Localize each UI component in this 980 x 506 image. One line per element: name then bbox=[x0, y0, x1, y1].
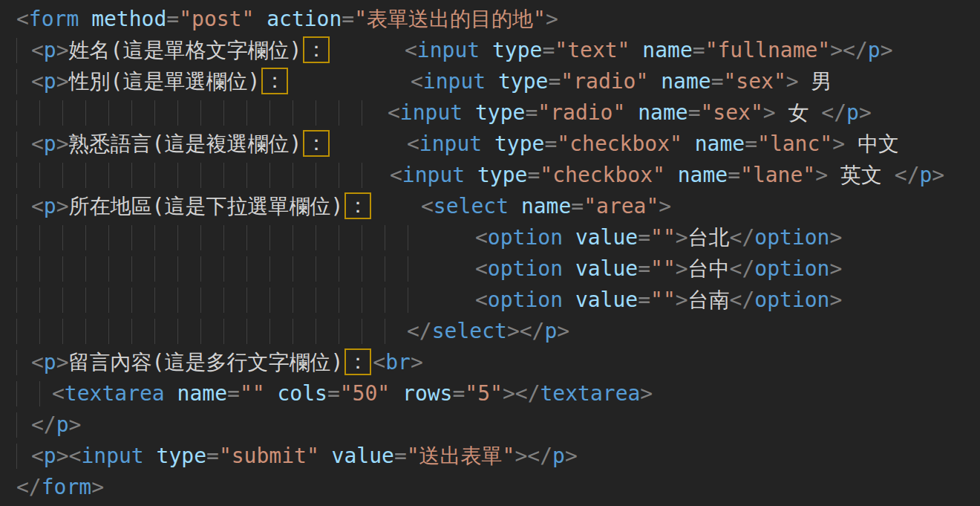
token-p: > bbox=[56, 132, 69, 156]
token-tag: p bbox=[44, 38, 56, 62]
indent-guide bbox=[200, 163, 201, 188]
token-p: > bbox=[565, 444, 578, 468]
code-line-13: <textarea name="" cols="50" rows="5"></t… bbox=[0, 378, 980, 409]
indent-guide bbox=[339, 225, 339, 250]
token-eq: = bbox=[693, 38, 705, 62]
token-str: "送出表單" bbox=[407, 444, 515, 468]
token-attr: name bbox=[661, 69, 710, 94]
code-line-1: <form method="post" action="表單送出的目的地"> bbox=[0, 4, 980, 35]
token-attr: action bbox=[267, 7, 342, 31]
indent-guide bbox=[131, 163, 132, 188]
indent-guide bbox=[270, 288, 270, 313]
token-str: "radio" bbox=[561, 69, 648, 94]
token-p: </ bbox=[730, 225, 755, 250]
indent-guide bbox=[362, 288, 362, 313]
token-tag: input bbox=[81, 444, 143, 468]
indent-guide bbox=[108, 163, 109, 188]
indent-guide bbox=[270, 225, 270, 250]
token-txt: 性別(這是單選欄位) bbox=[69, 69, 261, 94]
token-p: < bbox=[69, 444, 82, 468]
token-p: > bbox=[503, 381, 515, 406]
token-tag: input bbox=[423, 69, 486, 94]
token-tag: select bbox=[432, 319, 507, 343]
indent-guide bbox=[131, 256, 132, 282]
code-segment: <form method="post" action="表單送出的目的地"> bbox=[16, 4, 558, 35]
token-p: > bbox=[56, 69, 69, 94]
indent-guide bbox=[339, 288, 339, 313]
indent-guide bbox=[85, 288, 86, 313]
token-attr: cols bbox=[277, 381, 327, 406]
token-eq: = bbox=[542, 38, 555, 62]
indent-guide bbox=[223, 225, 224, 250]
indent-guide bbox=[39, 163, 40, 188]
code-line-7: <p>所在地區(這是下拉選單欄位)：<select name="area"> bbox=[0, 191, 980, 222]
token-tag: option bbox=[754, 225, 829, 250]
code-segment: <p><input type="submit" value="送出表單"></p… bbox=[31, 441, 578, 472]
token-p: > bbox=[786, 69, 799, 94]
indent-guide bbox=[200, 288, 201, 313]
indent-guide bbox=[177, 256, 178, 282]
token-p: > bbox=[832, 132, 845, 156]
indent-guide bbox=[16, 319, 17, 344]
token-str: "post" bbox=[179, 7, 254, 31]
code-line-5: <p>熟悉語言(這是複選欄位)：<input type="checkbox" n… bbox=[0, 129, 980, 160]
token-attr: name bbox=[177, 381, 227, 406]
code-editor[interactable]: <form method="post" action="表單送出的目的地"><p… bbox=[0, 0, 980, 503]
indent-guide bbox=[316, 225, 316, 250]
indent-guide bbox=[108, 225, 109, 250]
indent-guide bbox=[154, 256, 155, 282]
token-txt: 女 bbox=[776, 100, 822, 125]
code-line-6: <input type="checkbox" name="lane"> 英文 <… bbox=[0, 160, 980, 191]
token-eq: = bbox=[638, 256, 650, 281]
token-p: > bbox=[763, 100, 776, 125]
indent-guide bbox=[223, 288, 224, 313]
indent-guide bbox=[385, 288, 385, 313]
token-tag: textarea bbox=[540, 381, 641, 406]
indent-guide bbox=[362, 319, 362, 344]
code-segment: <p>熟悉語言(這是複選欄位)： bbox=[31, 129, 331, 160]
indent-guide bbox=[154, 100, 155, 126]
code-segment: <p>性別(這是單選欄位)： bbox=[31, 66, 290, 97]
code-segment-aligned: <input type="text" name="fullname"></p> bbox=[405, 35, 893, 66]
indent-guide bbox=[316, 256, 316, 282]
token-attr: name bbox=[642, 38, 692, 62]
indent-guide bbox=[270, 319, 270, 344]
token-p: </ bbox=[730, 256, 755, 281]
indent-guide bbox=[362, 100, 362, 126]
code-segment: <textarea name="" cols="50" rows="5"></t… bbox=[52, 378, 653, 409]
token-p: < bbox=[31, 132, 44, 156]
token-str: "submit" bbox=[219, 444, 319, 468]
code-segment: </form> bbox=[16, 472, 104, 503]
token-ws bbox=[265, 381, 278, 406]
indent-guide bbox=[62, 100, 63, 126]
indent-guide bbox=[223, 100, 224, 126]
indent-guide bbox=[154, 225, 155, 250]
indent-guide bbox=[270, 163, 270, 188]
token-p: > bbox=[411, 350, 423, 374]
indent-guide bbox=[223, 163, 224, 188]
indent-guide bbox=[131, 225, 132, 250]
token-eq: = bbox=[166, 7, 179, 31]
code-line-8: <option value="">台北</option> bbox=[0, 222, 980, 253]
token-str: "5" bbox=[465, 381, 503, 406]
token-p: > bbox=[676, 288, 688, 312]
token-attr: type bbox=[494, 132, 544, 156]
token-attr: value bbox=[332, 444, 394, 468]
token-txt: 英文 bbox=[828, 163, 895, 187]
indent-guide bbox=[293, 256, 293, 282]
code-segment: </p> bbox=[31, 409, 81, 441]
token-str: "" bbox=[240, 381, 265, 406]
token-str: "radio" bbox=[538, 100, 625, 125]
token-tag: select bbox=[434, 194, 509, 218]
token-txt: 留言內容(這是多行文字欄位) bbox=[69, 350, 344, 374]
token-p: </ bbox=[843, 38, 868, 62]
token-p: < bbox=[31, 444, 44, 468]
token-txt: 台中 bbox=[688, 256, 730, 281]
token-p: < bbox=[411, 69, 423, 94]
token-attr: value bbox=[575, 256, 638, 281]
token-attr: name bbox=[638, 100, 687, 125]
indent-guide bbox=[177, 100, 178, 126]
token-ws bbox=[482, 132, 494, 156]
token-p: > bbox=[829, 256, 842, 281]
token-ws bbox=[463, 100, 475, 125]
